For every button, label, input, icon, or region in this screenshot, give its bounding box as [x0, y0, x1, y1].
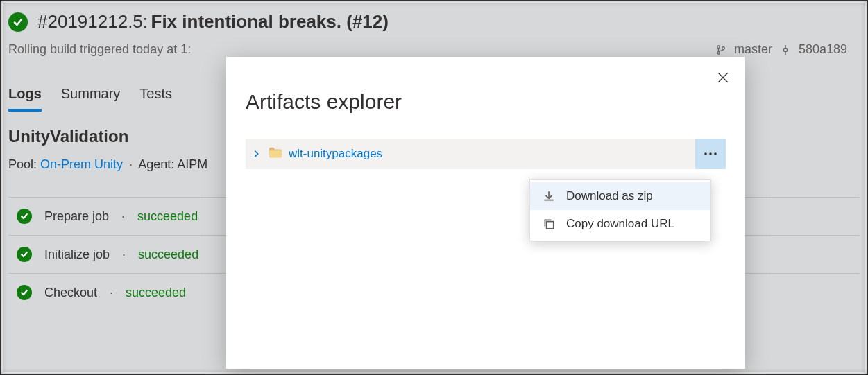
build-id: #20191212.5: [37, 11, 148, 32]
menu-copy-url[interactable]: Copy download URL [530, 210, 710, 238]
svg-point-0 [717, 45, 720, 48]
context-menu: Download as zip Copy download URL [529, 179, 711, 241]
copy-icon [543, 218, 555, 230]
pool-label: Pool: [8, 157, 37, 171]
pool-link[interactable]: On-Prem Unity [40, 157, 123, 171]
svg-point-1 [717, 51, 720, 54]
build-trigger-text: Rolling build triggered today at 1: [8, 42, 191, 57]
more-options-button[interactable] [695, 139, 726, 169]
tab-tests[interactable]: Tests [139, 86, 172, 112]
step-status: succeeded [138, 247, 198, 262]
chevron-right-icon[interactable] [251, 150, 262, 157]
step-name: Checkout [44, 286, 97, 300]
step-name: Prepare job [44, 209, 109, 224]
close-button[interactable] [715, 69, 731, 86]
svg-rect-7 [547, 222, 554, 229]
tab-logs[interactable]: Logs [8, 86, 42, 112]
step-name: Initialize job [44, 247, 110, 262]
folder-icon [269, 147, 282, 161]
branch-name[interactable]: master [734, 42, 772, 57]
branch-icon [716, 44, 726, 55]
svg-point-3 [783, 48, 787, 51]
svg-point-2 [722, 46, 725, 49]
tab-summary[interactable]: Summary [61, 86, 121, 112]
menu-download-zip[interactable]: Download as zip [530, 182, 710, 210]
download-icon [543, 190, 555, 202]
commit-icon [781, 44, 790, 55]
build-title: Fix intentional breaks. (#12) [151, 11, 389, 32]
svg-point-6 [714, 152, 717, 155]
success-check-icon [17, 285, 32, 300]
menu-item-label: Download as zip [566, 189, 653, 203]
artifact-name[interactable]: wlt-unitypackages [289, 147, 382, 161]
modal-title: Artifacts explorer [246, 90, 726, 114]
artifact-row[interactable]: wlt-unitypackages [246, 139, 726, 169]
success-check-icon [8, 12, 28, 32]
step-status: succeeded [137, 209, 198, 224]
agent-label: Agent: AIPM [138, 157, 207, 171]
svg-point-5 [709, 152, 712, 155]
svg-point-4 [704, 152, 707, 155]
commit-hash[interactable]: 580a189 [799, 42, 847, 57]
step-status: succeeded [126, 286, 186, 300]
menu-item-label: Copy download URL [566, 217, 674, 231]
success-check-icon [17, 247, 32, 262]
success-check-icon [17, 209, 32, 224]
build-title-row: #20191212.5: Fix intentional breaks. (#1… [8, 11, 860, 33]
